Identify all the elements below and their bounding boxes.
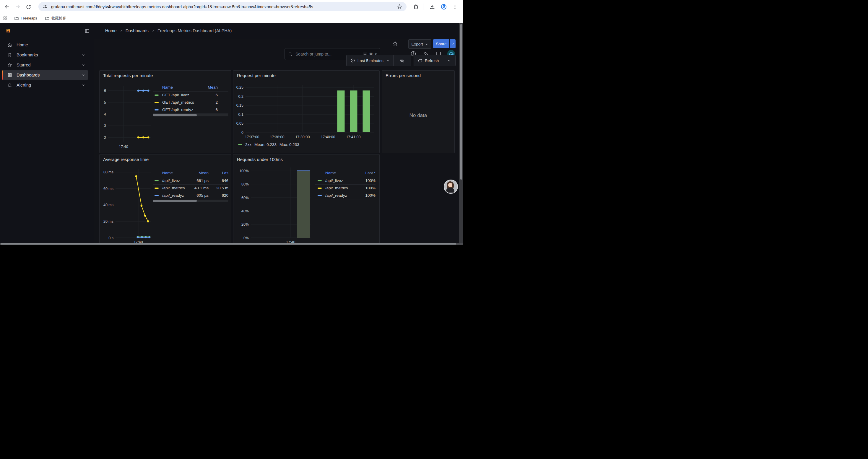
series-name[interactable]: GET /api/_metrics — [162, 99, 194, 106]
panel-title[interactable]: Requests under 100ms — [237, 157, 283, 162]
reload-icon[interactable] — [25, 3, 32, 11]
bookmarks-bar: Freeleaps 收藏博客 — [0, 13, 463, 23]
series-name[interactable]: /api/_metrics — [162, 184, 185, 192]
svg-text:17:39:00: 17:39:00 — [296, 135, 310, 139]
apps-grid-icon[interactable] — [1, 14, 9, 22]
panel-title[interactable]: Average response time — [103, 157, 149, 162]
series-name[interactable]: GET /api/_readyz — [162, 106, 193, 113]
profile-icon[interactable] — [440, 3, 447, 11]
chevron-down-icon[interactable] — [447, 59, 451, 62]
sidebar-toggle-icon[interactable] — [85, 28, 90, 35]
sidebar-item-label: Dashboards — [17, 73, 39, 77]
svg-text:20%: 20% — [241, 222, 249, 227]
panel-errors-per-second[interactable]: Errors per second No data — [382, 70, 455, 153]
zoom-out-icon[interactable] — [400, 58, 405, 63]
bookmark-folder-label: Freeleaps — [21, 16, 37, 21]
series-color-pill — [155, 102, 159, 103]
panel-requests-under-100ms[interactable]: Requests under 100ms 0%20%40%60%80%100%1… — [233, 154, 380, 245]
svg-text:0 s: 0 s — [108, 236, 114, 240]
series-value: 20.5 m — [216, 184, 228, 192]
share-dropdown-button[interactable] — [450, 39, 456, 48]
assistant-avatar[interactable] — [444, 179, 458, 194]
legend-column-header[interactable]: Last * — [365, 169, 375, 177]
panel-request-per-minute[interactable]: Request per minute 00.050.10.150.20.2517… — [233, 70, 380, 153]
horizontal-scrollbar-thumb[interactable] — [1, 243, 456, 244]
sidebar-item-starred[interactable]: Starred — [2, 60, 88, 70]
series-color-pill — [318, 180, 322, 182]
url-text[interactable]: grafana.mathmast.com/d/deytv4rwavabkb/fr… — [51, 4, 397, 9]
bookmark-folder-blogs[interactable]: 收藏博客 — [43, 15, 68, 22]
series-name[interactable]: GET /api/_livez — [162, 91, 189, 99]
no-data-message: No data — [382, 112, 454, 119]
vertical-scrollbar-thumb[interactable] — [460, 24, 462, 179]
svg-text:0.1: 0.1 — [239, 112, 243, 117]
legend-row: /api/_readyz605 µs620 — [153, 192, 228, 199]
chevron-down-icon[interactable] — [386, 59, 390, 62]
series-name[interactable]: /api/_readyz — [162, 192, 184, 199]
bookmark-star-icon[interactable] — [397, 4, 402, 9]
sidebar-item-alerting[interactable]: Alerting — [2, 80, 88, 90]
back-icon[interactable] — [3, 3, 11, 11]
site-settings-icon[interactable] — [42, 4, 48, 9]
panel-title[interactable]: Errors per second — [385, 73, 421, 78]
forward-icon[interactable] — [14, 3, 22, 11]
panel-title[interactable]: Request per minute — [237, 73, 276, 78]
series-color-pill — [155, 95, 159, 96]
chevron-down-icon[interactable] — [82, 83, 85, 87]
bookmark-folder-freeleaps[interactable]: Freeleaps — [12, 15, 39, 22]
series-name[interactable]: 2xx — [245, 142, 251, 147]
legend-column-header[interactable]: Name — [325, 169, 336, 177]
legend-row: GET /api/_readyz6 — [153, 106, 228, 114]
series-name[interactable]: /api/_readyz — [325, 192, 347, 199]
share-button[interactable]: Share — [433, 39, 450, 48]
sidebar-item-home[interactable]: Home — [2, 40, 88, 50]
refresh-icon — [418, 59, 422, 63]
legend-column-header[interactable]: Name — [162, 169, 173, 177]
chevron-down-icon — [425, 42, 428, 46]
series-name[interactable]: /api/_livez — [162, 177, 180, 184]
breadcrumb-home[interactable]: Home — [105, 28, 117, 33]
refresh-label[interactable]: Refresh — [425, 59, 439, 63]
series-color-pill — [238, 144, 242, 145]
chevron-down-icon[interactable] — [82, 63, 85, 67]
time-controls: Last 5 minutes — [346, 55, 411, 66]
series-value: 620 — [222, 192, 228, 199]
svg-text:0.25: 0.25 — [236, 85, 243, 90]
sidebar-item-bookmarks[interactable]: Bookmarks — [2, 50, 88, 60]
svg-text:5: 5 — [104, 100, 106, 104]
time-range-label[interactable]: Last 5 minutes — [358, 59, 383, 63]
legend-column-header[interactable]: Mean — [198, 169, 209, 177]
panel-average-response-time[interactable]: Average response time 0 s20 ms40 ms60 ms… — [99, 154, 231, 245]
series-color-pill — [155, 188, 159, 189]
extensions-icon[interactable] — [412, 3, 420, 11]
favorite-star-icon[interactable] — [392, 41, 398, 47]
grafana-logo-icon[interactable] — [5, 28, 11, 35]
svg-text:60 ms: 60 ms — [103, 187, 114, 191]
grafana-header: Grafana Home Dashboards Freeleaps Metric… — [0, 23, 463, 39]
legend-column-header[interactable]: Name — [162, 84, 173, 91]
horizontal-scrollbar-track[interactable] — [0, 243, 463, 245]
breadcrumb-dashboards[interactable]: Dashboards — [126, 28, 149, 33]
series-color-pill — [318, 195, 322, 196]
series-value: 646 — [222, 177, 228, 184]
browser-menu-icon[interactable] — [451, 3, 459, 11]
panel-title[interactable]: Total requests per minute — [103, 73, 153, 78]
url-bar[interactable]: grafana.mathmast.com/d/deytv4rwavabkb/fr… — [38, 2, 406, 11]
series-name[interactable]: /api/_metrics — [325, 184, 348, 192]
legend-column-header[interactable]: Mean — [208, 84, 218, 91]
svg-text:0.15: 0.15 — [236, 103, 243, 107]
sidebar-item-label: Starred — [17, 63, 31, 67]
export-button[interactable]: Export — [408, 39, 431, 49]
legend-scrollbar[interactable] — [153, 114, 228, 117]
download-icon[interactable] — [428, 3, 436, 11]
legend-scrollbar[interactable] — [153, 200, 228, 202]
chevron-down-icon[interactable] — [82, 53, 85, 57]
chevron-down-icon[interactable] — [82, 73, 85, 77]
legend-column-header[interactable]: Las — [222, 169, 228, 177]
sidebar-item-label: Home — [17, 42, 28, 47]
panel-total-requests[interactable]: Total requests per minute 2345617:40 Nam… — [99, 70, 231, 153]
subbar-divider — [402, 41, 402, 47]
sidebar-item-dashboards[interactable]: Dashboards — [2, 70, 88, 80]
series-name[interactable]: /api/_livez — [325, 177, 343, 184]
series-value: 6 — [215, 91, 218, 99]
